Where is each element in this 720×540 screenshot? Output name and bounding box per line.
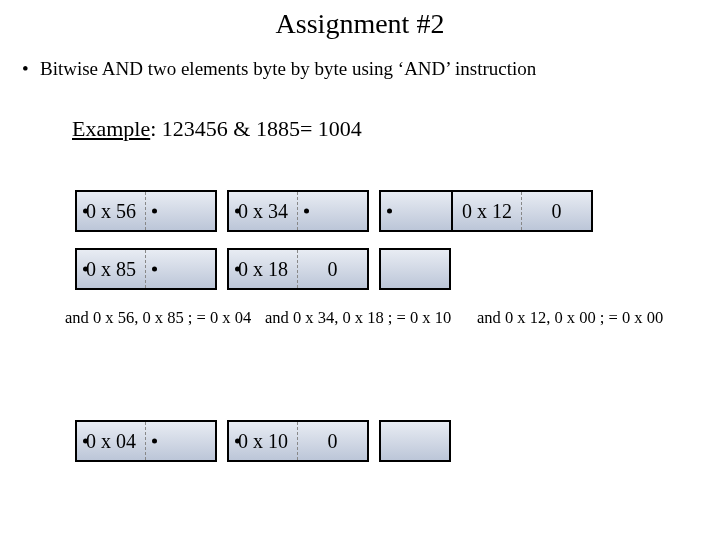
- calc-1: and 0 x 56, 0 x 85 ; = 0 x 04: [65, 308, 265, 328]
- page-title: Assignment #2: [0, 8, 720, 40]
- byte-group-2b: 0 x 18 0: [227, 248, 369, 290]
- byte-cell: 0 x 18: [229, 250, 298, 288]
- byte-cell-empty: [146, 422, 215, 460]
- calc-2: and 0 x 34, 0 x 18 ; = 0 x 10: [265, 308, 477, 328]
- example-label: Example: [72, 116, 150, 141]
- calc-3: and 0 x 12, 0 x 00 ; = 0 x 00: [477, 308, 677, 328]
- byte-group-r1: 0 x 04: [75, 420, 217, 462]
- byte-cell: 0 x 85: [77, 250, 146, 288]
- bullet-text: Bitwise AND two elements byte by byte us…: [40, 58, 536, 79]
- byte-cell-empty: [298, 192, 367, 230]
- byte-cell-empty: [146, 250, 215, 288]
- byte-group-1c-spacer: [379, 190, 451, 232]
- byte-group-2a: 0 x 85: [75, 248, 217, 290]
- diagram-area: 0 x 56 0 x 34 0 x 12 0 0 x 85 0 x 18 0 a: [75, 190, 665, 306]
- example-text: : 123456 & 1885= 1004: [150, 116, 362, 141]
- example-line: Example: 123456 & 1885= 1004: [72, 116, 720, 142]
- byte-cell: 0 x 04: [77, 422, 146, 460]
- byte-group-1b: 0 x 34: [227, 190, 369, 232]
- bullet-marker: •: [22, 58, 40, 80]
- operand-row-1: 0 x 56 0 x 34 0 x 12 0: [75, 190, 665, 236]
- calculation-row: and 0 x 56, 0 x 85 ; = 0 x 04 and 0 x 34…: [65, 308, 685, 328]
- byte-cell-empty: [381, 192, 451, 230]
- byte-cell: 0 x 34: [229, 192, 298, 230]
- byte-cell: 0: [298, 250, 367, 288]
- byte-group-1d: 0 x 12 0: [451, 190, 593, 232]
- byte-cell: 0 x 10: [229, 422, 298, 460]
- byte-cell: 0: [522, 192, 591, 230]
- byte-cell: 0: [298, 422, 367, 460]
- byte-cell: 0 x 12: [453, 192, 522, 230]
- byte-group-1a: 0 x 56: [75, 190, 217, 232]
- result-row: 0 x 04 0 x 10 0: [75, 420, 665, 466]
- byte-group-r3: [379, 420, 451, 462]
- byte-cell: 0 x 56: [77, 192, 146, 230]
- operand-row-2: 0 x 85 0 x 18 0: [75, 248, 665, 294]
- bullet-item: •Bitwise AND two elements byte by byte u…: [22, 58, 720, 80]
- byte-cell-empty: [381, 422, 449, 460]
- byte-cell-empty: [381, 250, 449, 288]
- byte-group-r2: 0 x 10 0: [227, 420, 369, 462]
- byte-group-2c: [379, 248, 451, 290]
- byte-cell-empty: [146, 192, 215, 230]
